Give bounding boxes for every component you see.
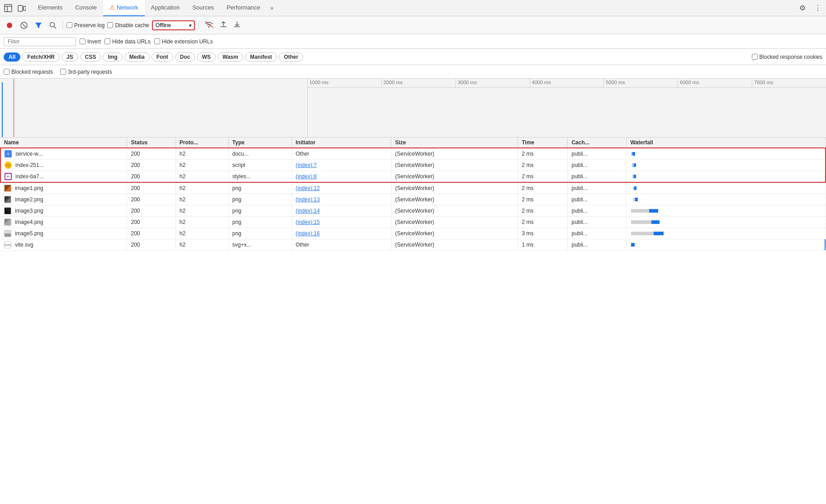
wifi-icon[interactable] (203, 20, 215, 31)
tick-2000: 2000 ms (382, 79, 456, 87)
table-row[interactable]: ✏ index-ba7... 200 h2 styles... (index):… (0, 171, 826, 183)
cell-type: docu... (228, 148, 292, 160)
cell-proto: h2 (176, 228, 228, 239)
cell-type: script (228, 160, 292, 171)
filter-button[interactable] (33, 19, 44, 31)
cell-cache: publi... (568, 239, 627, 251)
table-row[interactable]: image2.png 200 h2 png (index):13 (Servic… (0, 194, 826, 205)
tab-more[interactable]: » (266, 5, 277, 11)
download-icon[interactable] (232, 20, 242, 31)
divider2 (199, 21, 199, 30)
initiator-text: Other (296, 242, 309, 248)
table-row[interactable]: SVG vite.svg 200 h2 svg+x... Other (Serv… (0, 239, 826, 251)
search-button[interactable] (47, 19, 59, 31)
invert-checkbox[interactable] (80, 38, 85, 44)
table-row[interactable]: ≡ service-w... 200 h2 docu... Other (Ser… (0, 148, 826, 160)
cell-cache: publi... (568, 160, 627, 171)
disable-cache-checkbox[interactable] (107, 22, 113, 28)
type-btn-fetch-xhr[interactable]: Fetch/XHR (22, 52, 60, 62)
table-row[interactable]: image1.png 200 h2 png (index):12 (Servic… (0, 182, 826, 194)
cell-initiator: (index):15 (292, 217, 391, 228)
tick-4000: 4000 ms (530, 79, 604, 87)
hide-data-urls-label[interactable]: Hide data URLs (104, 38, 151, 45)
tab-elements[interactable]: Elements (32, 0, 69, 16)
throttle-select[interactable]: No throttlingOfflineSlow 3GFast 3G (152, 20, 195, 30)
initiator-link[interactable]: (index):12 (296, 185, 320, 191)
initiator-link[interactable]: (index):8 (296, 173, 317, 180)
col-header-waterfall[interactable]: Waterfall (627, 138, 826, 148)
type-btn-js[interactable]: JS (62, 52, 78, 62)
col-header-time[interactable]: Time (518, 138, 568, 148)
third-party-checkbox[interactable] (60, 69, 66, 75)
device-icon[interactable] (15, 2, 28, 14)
cell-status: 200 (127, 228, 176, 239)
table-row[interactable]: image3.png 200 h2 png (index):14 (Servic… (0, 205, 826, 217)
throttle-wrapper: No throttlingOfflineSlow 3GFast 3G (152, 20, 195, 30)
hide-ext-urls-checkbox[interactable] (154, 38, 160, 44)
upload-icon[interactable] (218, 20, 229, 31)
type-btn-css[interactable]: CSS (80, 52, 101, 62)
cell-time: 2 ms (518, 217, 568, 228)
tab-network[interactable]: ⚠ Network (103, 0, 145, 16)
initiator-link[interactable]: (index):15 (296, 219, 320, 225)
type-btn-wasm[interactable]: Wasm (218, 52, 243, 62)
cell-proto: h2 (176, 148, 228, 160)
col-header-status[interactable]: Status (127, 138, 176, 148)
hide-data-urls-checkbox[interactable] (104, 38, 110, 44)
blocked-cookies-checkbox[interactable] (752, 54, 758, 60)
network-table: Name Status Proto... Type Initiator Size… (0, 138, 826, 251)
initiator-text: Other (296, 151, 309, 157)
cell-type: png (228, 205, 292, 217)
table-row[interactable]: image5.png 200 h2 png (index):16 (Servic… (0, 228, 826, 239)
initiator-link[interactable]: (index):7 (296, 162, 317, 168)
type-btn-doc[interactable]: Doc (175, 52, 195, 62)
initiator-link[interactable]: (index):13 (296, 196, 320, 203)
type-btn-media[interactable]: Media (124, 52, 150, 62)
type-btn-img[interactable]: Img (103, 52, 122, 62)
type-btn-all[interactable]: All (4, 52, 20, 62)
tab-console[interactable]: Console (69, 0, 103, 16)
tab-application[interactable]: Application (145, 0, 186, 16)
cell-cache: publi... (568, 217, 627, 228)
cell-size: (ServiceWorker) (391, 217, 518, 228)
cell-cache: publi... (568, 182, 627, 194)
filter-input[interactable] (4, 37, 76, 46)
invert-label[interactable]: Invert (80, 38, 101, 45)
type-btn-manifest[interactable]: Manifest (245, 52, 277, 62)
initiator-link[interactable]: (index):16 (296, 230, 320, 237)
cell-name: image3.png (0, 205, 127, 217)
clear-button[interactable] (18, 19, 30, 31)
col-header-proto[interactable]: Proto... (176, 138, 228, 148)
blocked-cookies-label[interactable]: Blocked response cookies (752, 54, 822, 60)
third-party-label[interactable]: 3rd-party requests (60, 69, 112, 75)
tick-6000: 6000 ms (678, 79, 752, 87)
hide-ext-urls-label[interactable]: Hide extension URLs (154, 38, 213, 45)
table-row[interactable]: image4.png 200 h2 png (index):15 (Servic… (0, 217, 826, 228)
type-btn-ws[interactable]: WS (197, 52, 215, 62)
svg-rect-4 (24, 6, 26, 10)
more-options-icon[interactable]: ⋮ (812, 2, 824, 14)
preserve-log-label[interactable]: Preserve log (66, 22, 104, 29)
record-button[interactable] (4, 19, 15, 31)
tick-3000: 3000 ms (456, 79, 530, 87)
tab-sources[interactable]: Sources (186, 0, 220, 16)
blocked-requests-label[interactable]: Blocked requests (4, 69, 53, 75)
blocked-requests-checkbox[interactable] (4, 69, 9, 75)
col-header-name[interactable]: Name (0, 138, 127, 148)
type-btn-other[interactable]: Other (279, 52, 303, 62)
col-header-type[interactable]: Type (228, 138, 292, 148)
disable-cache-label[interactable]: Disable cache (107, 22, 149, 29)
col-header-initiator[interactable]: Initiator (292, 138, 391, 148)
cell-initiator: Other (292, 148, 391, 160)
settings-icon[interactable]: ⚙ (796, 2, 809, 14)
cell-status: 200 (127, 194, 176, 205)
preserve-log-checkbox[interactable] (66, 22, 72, 28)
tab-performance[interactable]: Performance (220, 0, 266, 16)
table-row[interactable]: ◇ index-251... 200 h2 script (index):7 (… (0, 160, 826, 171)
type-btn-font[interactable]: Font (152, 52, 173, 62)
cell-initiator: (index):14 (292, 205, 391, 217)
col-header-cache[interactable]: Cach... (568, 138, 627, 148)
dock-icon[interactable] (2, 2, 14, 14)
initiator-link[interactable]: (index):14 (296, 208, 320, 214)
col-header-size[interactable]: Size (391, 138, 518, 148)
